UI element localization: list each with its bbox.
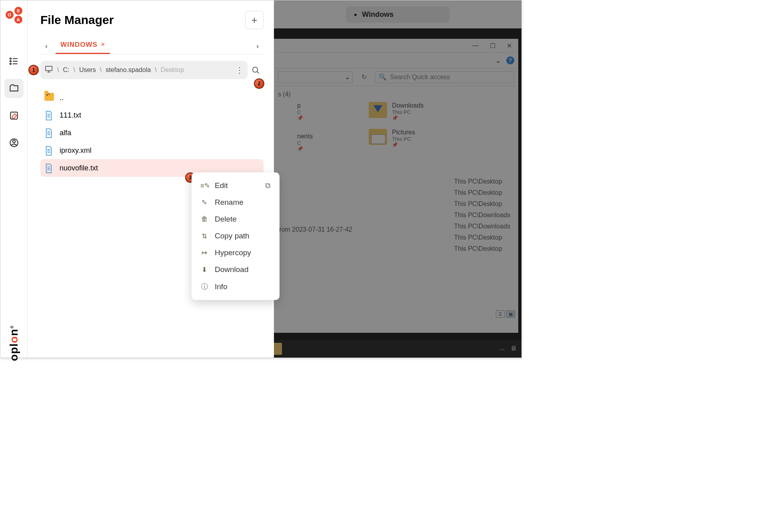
windows-explorer: — ☐ ✕ ⌄ ? ⌄ ↻ 🔍 Search Quick access s (4…	[274, 39, 518, 333]
crumb-users[interactable]: Users	[79, 66, 96, 74]
recent-item[interactable]: This PC\Downloads	[454, 223, 511, 230]
pin-icon: 📌	[392, 115, 423, 121]
crumb-desktop[interactable]: Desktop	[161, 66, 184, 74]
ctx-edit[interactable]: ≡✎ Edit ⧉	[192, 177, 280, 194]
pictures-folder-icon	[369, 129, 387, 145]
pin-icon: 📌	[392, 142, 415, 148]
file-row[interactable]: 111.txt	[40, 106, 264, 124]
more-icon[interactable]: ⋮	[236, 65, 244, 75]
svg-point-8	[12, 140, 15, 143]
file-name: 111.txt	[60, 111, 81, 120]
item-name: Downloads	[392, 102, 423, 109]
nav-list-icon[interactable]	[4, 52, 24, 71]
recent-item[interactable]: This PC\Desktop	[454, 178, 511, 185]
search-icon[interactable]	[248, 66, 264, 74]
view-tiles-icon[interactable]: ▦	[506, 310, 515, 318]
file-list: .. 111.txt alfa iproxy.xml nuovofile.txt	[40, 89, 264, 177]
qa-item-downloads[interactable]: Downloads This PC 📌	[369, 102, 423, 121]
folder-count: s (4)	[278, 91, 512, 98]
item-sub: This PC	[392, 109, 423, 115]
recent-item[interactable]: This PC\Downloads	[454, 212, 511, 219]
remote-tab-windows[interactable]: Windows	[346, 6, 449, 23]
tab-label: WINDOWS	[60, 41, 98, 49]
file-manager-panel: File Manager + ‹ WINDOWS × › 1 \ C: \ Us…	[28, 0, 274, 358]
view-details-icon[interactable]: ☰	[496, 310, 505, 318]
edit-list-icon: ≡✎	[200, 182, 208, 190]
context-menu: ≡✎ Edit ⧉ ✎ Rename 🗑 Delete ⇅ Copy path …	[192, 172, 280, 300]
file-row[interactable]: alfa	[40, 124, 264, 142]
crumb-user[interactable]: stefano.spadola	[106, 66, 151, 74]
nav-folder-icon[interactable]	[4, 79, 24, 98]
refresh-icon[interactable]: ↻	[358, 73, 370, 81]
close-icon[interactable]: ✕	[507, 42, 512, 50]
recent-item[interactable]: This PC\Desktop	[454, 189, 511, 196]
svg-point-0	[10, 58, 11, 59]
item-name: nents	[297, 133, 313, 140]
chevron-down-icon: ⌄	[345, 73, 350, 81]
recent-item[interactable]: This PC\Desktop	[454, 245, 511, 252]
info-icon: ⓘ	[200, 282, 208, 291]
system-tray: ︿ 🖥	[499, 345, 521, 353]
tab-close-icon[interactable]: ×	[101, 40, 106, 49]
svg-point-2	[10, 60, 11, 62]
help-icon[interactable]: ?	[506, 56, 514, 64]
svg-point-12	[253, 67, 258, 72]
qa-item-partial2[interactable]: nents C 📌	[280, 133, 313, 152]
tray-network-icon[interactable]: 🖥	[510, 345, 517, 353]
qa-item-partial[interactable]: p C 📌	[280, 102, 313, 121]
annotation-badge-1: 1	[28, 65, 39, 75]
hypercopy-icon: ↦	[200, 249, 208, 257]
file-icon	[44, 110, 54, 120]
tray-chevron-icon[interactable]: ︿	[499, 345, 505, 353]
recent-file-partial[interactable]: t from 2023-07-31 16-27-42	[274, 226, 352, 233]
address-dropdown[interactable]: ⌄	[278, 71, 353, 83]
rename-icon: ✎	[200, 198, 208, 207]
svg-line-13	[257, 72, 259, 74]
nav-edit-icon[interactable]	[4, 106, 24, 125]
file-row-up[interactable]: ..	[40, 89, 264, 106]
open-external-icon[interactable]: ⧉	[265, 181, 271, 190]
window-controls: — ☐ ✕	[274, 39, 518, 52]
explorer-search[interactable]: 🔍 Search Quick access	[375, 71, 514, 83]
recent-locations: This PC\Desktop This PC\Desktop This PC\…	[454, 178, 511, 256]
logo-o: O	[6, 11, 14, 19]
logo-s: S	[14, 7, 22, 15]
recent-item[interactable]: This PC\Desktop	[454, 234, 511, 241]
maximize-icon[interactable]: ☐	[490, 42, 495, 50]
tab-prev-chevron-icon[interactable]: ‹	[40, 42, 52, 50]
annotation-badge-2: 2	[254, 78, 264, 89]
search-placeholder: Search Quick access	[390, 74, 450, 81]
add-button[interactable]: +	[245, 11, 264, 29]
file-icon	[44, 146, 54, 155]
ctx-rename[interactable]: ✎ Rename	[192, 194, 280, 211]
item-sub: This PC	[392, 136, 415, 142]
ctx-info[interactable]: ⓘ Info	[192, 278, 280, 295]
minimize-icon[interactable]: —	[472, 42, 479, 49]
trash-icon: 🗑	[200, 215, 208, 223]
search-icon: 🔍	[379, 73, 387, 81]
logo-a: A	[14, 16, 22, 24]
tab-windows[interactable]: WINDOWS ×	[56, 38, 110, 54]
path-icon: ⇅	[200, 232, 208, 240]
tab-next-chevron-icon[interactable]: ›	[252, 42, 264, 50]
remote-desktop-area: Windows — ☐ ✕ ⌄ ? ⌄ ↻ 🔍 Search Quick acc…	[274, 0, 521, 358]
item-name: Pictures	[392, 129, 415, 136]
qa-item-pictures[interactable]: Pictures This PC 📌	[369, 129, 423, 148]
nav-user-icon[interactable]	[4, 133, 24, 152]
ctx-download[interactable]: ⬇ Download	[192, 261, 280, 278]
svg-point-4	[10, 63, 11, 64]
file-row[interactable]: iproxy.xml	[40, 142, 264, 159]
ribbon-chevron-icon[interactable]: ⌄	[495, 57, 501, 64]
ctx-copy-path[interactable]: ⇅ Copy path	[192, 228, 280, 244]
ctx-delete[interactable]: 🗑 Delete	[192, 211, 280, 228]
file-icon	[44, 128, 54, 138]
file-name: nuovofile.txt	[60, 164, 98, 172]
item-sub: C	[297, 140, 313, 146]
taskbar-explorer-icon[interactable]	[274, 343, 282, 355]
breadcrumb[interactable]: \ C: \ Users \ stefano.spadola \ Desktop…	[40, 61, 248, 79]
crumb-drive[interactable]: C:	[63, 66, 69, 74]
recent-item[interactable]: This PC\Desktop	[454, 200, 511, 208]
page-title: File Manager	[40, 13, 114, 27]
brand-logo: O S A	[6, 7, 22, 24]
ctx-hypercopy[interactable]: ↦ Hypercopy	[192, 244, 280, 261]
